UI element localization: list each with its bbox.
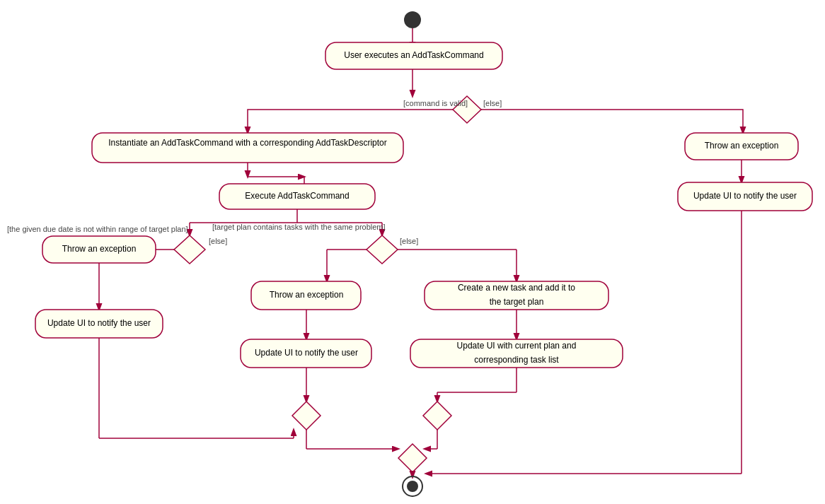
node-user-executes-label: User executes an AddTaskCommand: [344, 50, 483, 60]
node-throw2-label: Throw an exception: [62, 244, 137, 254]
node-update-ui-mid-label: Update UI to notify the user: [255, 348, 358, 358]
node-throw3-label: Throw an exception: [270, 290, 344, 300]
label-duedate: [the given due date is not within range …: [7, 225, 188, 233]
label-else1: [else]: [483, 99, 502, 107]
label-else3: [else]: [400, 237, 418, 245]
node-update-ui-right-label: Update UI with current plan and: [457, 341, 577, 351]
start-node: [404, 11, 421, 28]
label-command-valid: [command is valid]: [403, 99, 468, 107]
label-target-plan: [target plan contains tasks with the sam…: [212, 223, 386, 231]
node-instantiate-label: Instantiate an AddTaskCommand with a cor…: [108, 138, 387, 148]
node-create-task-label2: the target plan: [490, 297, 544, 307]
end-node-inner: [407, 481, 418, 492]
node-execute-label: Execute AddTaskCommand: [245, 191, 349, 201]
node-update-ui-top-label: Update UI to notify the user: [693, 191, 797, 201]
label-else2: [else]: [209, 237, 227, 245]
node-update-ui-right-label2: corresponding task list: [474, 355, 559, 365]
node-throw1-label: Throw an exception: [705, 141, 779, 151]
node-update-ui-left-label: Update UI to notify the user: [47, 318, 151, 328]
node-create-task-label: Create a new task and add it to: [458, 283, 575, 293]
